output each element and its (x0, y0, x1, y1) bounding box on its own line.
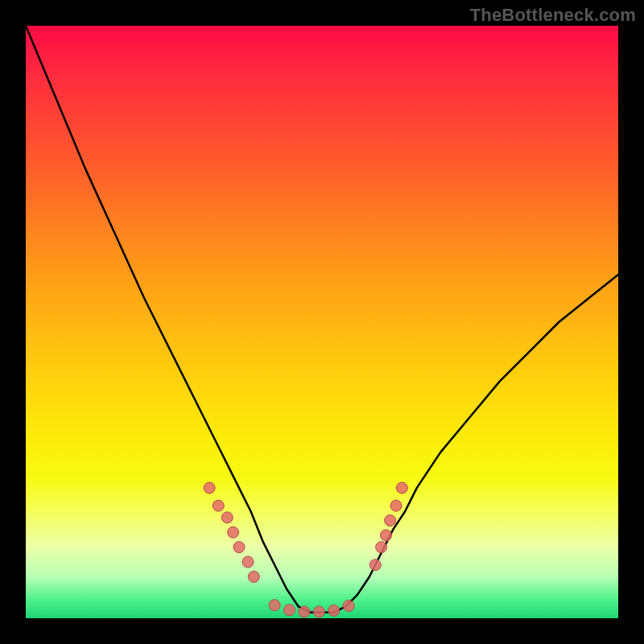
data-marker (213, 500, 224, 511)
plot-area (26, 26, 618, 618)
data-marker (380, 530, 391, 541)
data-marker (284, 605, 295, 616)
data-marker (233, 542, 245, 553)
data-marker (396, 482, 407, 493)
data-marker (299, 606, 310, 617)
data-marker (204, 482, 215, 493)
chart-svg (26, 26, 618, 618)
chart-frame: TheBottleneck.com (0, 0, 644, 644)
bottleneck-curve (26, 26, 618, 613)
data-marker (390, 500, 402, 511)
data-marker (242, 556, 254, 568)
curve-layer (26, 26, 618, 613)
data-marker (369, 559, 381, 571)
data-marker (228, 526, 239, 538)
data-marker (221, 512, 233, 523)
data-marker (385, 515, 396, 526)
data-marker (248, 571, 259, 582)
data-marker (343, 601, 354, 612)
watermark-text: TheBottleneck.com (470, 5, 636, 26)
data-marker (269, 600, 280, 611)
data-marker (328, 605, 340, 616)
data-marker (376, 542, 387, 553)
data-marker (313, 606, 324, 617)
marker-layer (204, 482, 407, 617)
